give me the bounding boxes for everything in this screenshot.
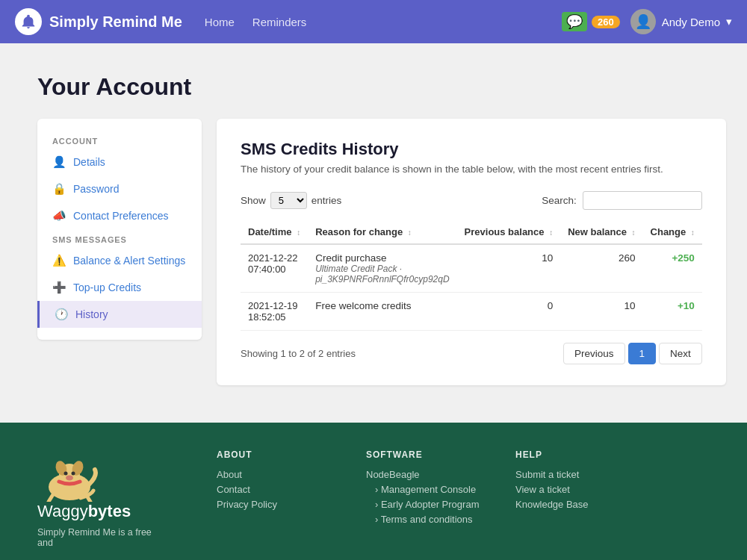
sort-icon-datetime: ↕ <box>297 228 300 237</box>
footer-about-title: ABOUT <box>217 449 336 460</box>
search-input[interactable] <box>583 191 702 210</box>
megaphone-icon: 📣 <box>52 209 66 223</box>
footer-earlyadopter-link[interactable]: › Early Adopter Program <box>366 499 486 510</box>
show-label: Show <box>241 195 266 206</box>
footer-nodebeagle-link[interactable]: NodeBeagle <box>366 469 486 480</box>
footer-software-title: SOFTWARE <box>366 449 486 460</box>
badge-count: 260 <box>592 16 620 28</box>
sort-icon-prev-balance: ↕ <box>549 228 553 237</box>
footer-submit-ticket-link[interactable]: Submit a ticket <box>515 469 635 480</box>
cell-prev-balance-1: 10 <box>457 244 561 293</box>
brand-link[interactable]: Simply Remind Me <box>15 8 182 35</box>
search-label: Search: <box>542 195 577 206</box>
footer-privacy-link[interactable]: Privacy Policy <box>217 499 336 510</box>
footer-contact-link[interactable]: Contact <box>217 484 336 495</box>
footer-mgmt-link[interactable]: › Management Console <box>366 484 486 495</box>
datetime-date-1: 2021-12-22 <box>248 252 298 264</box>
user-icon: 👤 <box>52 155 66 169</box>
cell-change-2: +10 <box>643 293 702 331</box>
credits-table: Date/time ↕ Reason for change ↕ Previous… <box>241 220 702 331</box>
main-panel: SMS Credits History The history of your … <box>217 119 726 385</box>
warning-icon: ⚠️ <box>52 254 66 267</box>
sidebar-label-history: History <box>75 308 108 320</box>
datetime-date-2: 2021-12-19 <box>248 300 298 311</box>
svg-point-5 <box>71 472 75 476</box>
page-1-button[interactable]: 1 <box>628 343 657 364</box>
sort-icon-new-balance: ↕ <box>632 228 636 237</box>
footer-tagline: Simply Remind Me is a free and <box>37 527 164 548</box>
panel-title: SMS Credits History <box>241 140 702 159</box>
sidebar-item-contact-preferences[interactable]: 📣 Contact Preferences <box>37 202 202 229</box>
sidebar-label-topup: Top-up Credits <box>73 281 141 293</box>
footer-col-help: HELP Submit a ticket View a ticket Knowl… <box>515 449 635 548</box>
lock-icon: 🔒 <box>52 182 66 196</box>
footer-terms-link[interactable]: › Terms and conditions <box>366 514 486 525</box>
sidebar-item-password[interactable]: 🔒 Password <box>37 175 202 202</box>
cell-reason-1: Credit purchase Ultimate Credit Pack · p… <box>308 244 456 293</box>
sidebar-label-contact: Contact Preferences <box>73 210 169 222</box>
chat-badge-button[interactable]: 💬 260 <box>562 12 620 31</box>
cell-reason-2: Free welcome credits <box>308 293 456 331</box>
nav-links: Home Reminders <box>205 16 562 28</box>
panel-subtitle: The history of your credit balance is sh… <box>241 164 702 175</box>
col-prev-balance: Previous balance ↕ <box>457 220 561 244</box>
footer-columns: ABOUT About Contact Privacy Policy SOFTW… <box>217 449 710 548</box>
show-entries: Show 5 10 25 50 entries <box>241 192 341 209</box>
nav-reminders[interactable]: Reminders <box>252 16 307 28</box>
table-controls: Show 5 10 25 50 entries Search: <box>241 191 702 210</box>
chat-icon: 💬 <box>562 12 587 31</box>
history-icon: 🕐 <box>55 308 68 321</box>
bell-icon <box>20 13 37 30</box>
cell-datetime-1: 2021-12-22 07:40:00 <box>241 244 308 293</box>
pagination-area: Showing 1 to 2 of 2 entries Previous 1 N… <box>241 343 702 364</box>
footer-help-title: HELP <box>515 449 635 460</box>
sidebar-item-details[interactable]: 👤 Details <box>37 149 202 175</box>
username: Andy Demo <box>662 16 720 28</box>
table-header-row: Date/time ↕ Reason for change ↕ Previous… <box>241 220 702 244</box>
entries-select[interactable]: 5 10 25 50 <box>270 192 307 209</box>
sidebar-item-balance-alert[interactable]: ⚠️ Balance & Alert Settings <box>37 247 202 274</box>
col-datetime: Date/time ↕ <box>241 220 308 244</box>
datetime-time-1: 07:40:00 <box>248 264 286 275</box>
svg-point-6 <box>66 476 73 481</box>
reason-main-1: Credit purchase <box>315 252 449 264</box>
footer-logo-text: Waggybytes <box>37 502 187 521</box>
brand-icon <box>15 8 42 35</box>
sidebar-label-password: Password <box>73 183 119 195</box>
footer-about-link[interactable]: About <box>217 469 336 480</box>
sort-icon-change: ↕ <box>691 228 695 237</box>
dropdown-arrow-icon: ▾ <box>726 15 732 28</box>
avatar: 👤 <box>630 9 656 34</box>
cell-datetime-2: 2021-12-19 18:52:05 <box>241 293 308 331</box>
col-change: Change ↕ <box>643 220 702 244</box>
datetime-time-2: 18:52:05 <box>248 311 286 323</box>
table-row: 2021-12-19 18:52:05 Free welcome credits… <box>241 293 702 331</box>
dog-svg <box>40 453 99 502</box>
user-menu-button[interactable]: 👤 Andy Demo ▾ <box>630 9 732 34</box>
footer-knowledge-base-link[interactable]: Knowledge Base <box>515 499 635 510</box>
brand-name: Simply Remind Me <box>49 13 182 31</box>
footer: Waggybytes Simply Remind Me is a free an… <box>0 423 747 560</box>
cell-change-1: +250 <box>643 244 702 293</box>
footer-view-ticket-link[interactable]: View a ticket <box>515 484 635 495</box>
footer-brand: Waggybytes Simply Remind Me is a free an… <box>37 449 187 548</box>
previous-button[interactable]: Previous <box>563 343 625 364</box>
pagination-buttons: Previous 1 Next <box>563 343 702 364</box>
nav-home[interactable]: Home <box>205 16 235 28</box>
waggybytes-logo <box>37 449 101 502</box>
sidebar: ACCOUNT 👤 Details 🔒 Password 📣 Contact P… <box>37 119 202 340</box>
cell-new-balance-1: 260 <box>560 244 642 293</box>
table-row: 2021-12-22 07:40:00 Credit purchase Ulti… <box>241 244 702 293</box>
account-layout: ACCOUNT 👤 Details 🔒 Password 📣 Contact P… <box>37 119 710 385</box>
search-control: Search: <box>542 191 702 210</box>
plus-circle-icon: ➕ <box>52 281 66 294</box>
sidebar-item-history[interactable]: 🕐 History <box>37 301 202 328</box>
next-button[interactable]: Next <box>659 343 702 364</box>
sidebar-label-details: Details <box>73 156 105 168</box>
sort-icon-reason: ↕ <box>408 228 412 237</box>
page-title: Your Account <box>37 73 710 101</box>
footer-col-software: SOFTWARE NodeBeagle › Management Console… <box>366 449 486 548</box>
cell-prev-balance-2: 0 <box>457 293 561 331</box>
svg-point-4 <box>63 472 67 476</box>
sidebar-item-topup[interactable]: ➕ Top-up Credits <box>37 274 202 301</box>
